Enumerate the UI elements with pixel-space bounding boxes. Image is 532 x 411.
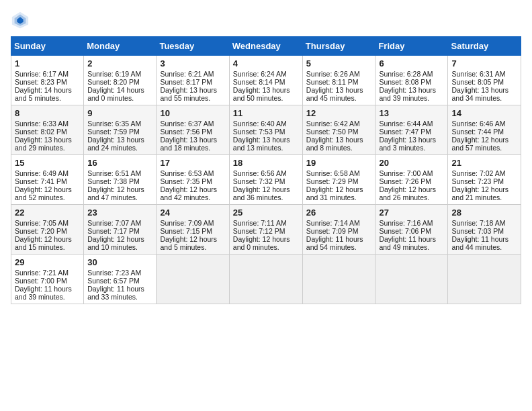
sunset-label: Sunset: 8:02 PM: [15, 128, 67, 136]
sunset-label: Sunset: 8:05 PM: [451, 78, 504, 86]
sunrise-label: Sunrise: 6:49 AM: [15, 169, 69, 177]
calendar-cell: 22 Sunrise: 7:05 AM Sunset: 7:20 PM Dayl…: [11, 205, 84, 255]
calendar-week-5: 29 Sunrise: 7:21 AM Sunset: 7:00 PM Dayl…: [11, 255, 521, 304]
calendar-week-1: 1 Sunrise: 6:17 AM Sunset: 8:23 PM Dayli…: [11, 56, 521, 105]
day-number: 25: [233, 208, 299, 218]
column-header-wednesday: Wednesday: [229, 37, 302, 56]
sunrise-label: Sunrise: 7:18 AM: [451, 219, 505, 227]
daylight-label: Daylight: 11 hours and 44 minutes.: [451, 235, 508, 251]
daylight-label: Daylight: 13 hours and 18 minutes.: [160, 136, 217, 152]
day-number: 11: [233, 108, 299, 118]
sunset-label: Sunset: 7:32 PM: [233, 177, 285, 185]
column-header-thursday: Thursday: [302, 37, 375, 56]
day-number: 21: [451, 158, 517, 168]
calendar-cell: 3 Sunrise: 6:21 AM Sunset: 8:17 PM Dayli…: [157, 56, 229, 105]
calendar-cell: 16 Sunrise: 6:51 AM Sunset: 7:38 PM Dayl…: [84, 155, 157, 205]
calendar-week-2: 8 Sunrise: 6:33 AM Sunset: 8:02 PM Dayli…: [11, 105, 521, 155]
sunrise-label: Sunrise: 7:07 AM: [87, 219, 141, 227]
column-header-monday: Monday: [84, 37, 157, 56]
sunrise-label: Sunrise: 7:09 AM: [160, 219, 214, 227]
day-number: 26: [306, 208, 372, 218]
column-header-friday: Friday: [375, 37, 448, 56]
day-number: 10: [160, 108, 225, 118]
column-header-sunday: Sunday: [11, 37, 84, 56]
day-number: 16: [87, 158, 152, 168]
daylight-label: Daylight: 12 hours and 47 minutes.: [87, 185, 144, 201]
day-number: 30: [87, 257, 152, 267]
calendar-cell: 6 Sunrise: 6:28 AM Sunset: 8:08 PM Dayli…: [375, 56, 448, 105]
sunrise-label: Sunrise: 7:21 AM: [15, 269, 69, 277]
calendar-cell: 9 Sunrise: 6:35 AM Sunset: 7:59 PM Dayli…: [84, 105, 157, 155]
sunrise-label: Sunrise: 6:44 AM: [379, 120, 433, 128]
day-number: 27: [379, 208, 444, 218]
calendar-table: SundayMondayTuesdayWednesdayThursdayFrid…: [11, 36, 521, 304]
logo: [11, 11, 32, 30]
daylight-label: Daylight: 13 hours and 39 minutes.: [379, 86, 436, 102]
sunset-label: Sunset: 8:11 PM: [306, 78, 359, 86]
column-header-tuesday: Tuesday: [157, 37, 229, 56]
daylight-label: Daylight: 13 hours and 50 minutes.: [233, 86, 290, 102]
daylight-label: Daylight: 12 hours and 36 minutes.: [233, 185, 290, 201]
sunrise-label: Sunrise: 7:02 AM: [451, 169, 505, 177]
calendar-cell: 1 Sunrise: 6:17 AM Sunset: 8:23 PM Dayli…: [11, 56, 84, 105]
sunset-label: Sunset: 8:23 PM: [15, 78, 67, 86]
calendar-cell: 29 Sunrise: 7:21 AM Sunset: 7:00 PM Dayl…: [11, 255, 84, 304]
daylight-label: Daylight: 13 hours and 34 minutes.: [451, 86, 508, 102]
calendar-cell: 4 Sunrise: 6:24 AM Sunset: 8:14 PM Dayli…: [229, 56, 302, 105]
sunrise-label: Sunrise: 7:11 AM: [233, 219, 287, 227]
calendar-cell: 26 Sunrise: 7:14 AM Sunset: 7:09 PM Dayl…: [302, 205, 375, 255]
day-number: 4: [233, 58, 299, 68]
calendar-week-3: 15 Sunrise: 6:49 AM Sunset: 7:41 PM Dayl…: [11, 155, 521, 205]
calendar-cell: [448, 255, 521, 304]
sunset-label: Sunset: 7:44 PM: [451, 128, 504, 136]
daylight-label: Daylight: 12 hours and 42 minutes.: [160, 185, 217, 201]
sunrise-label: Sunrise: 7:14 AM: [306, 219, 360, 227]
sunset-label: Sunset: 7:29 PM: [306, 177, 359, 185]
sunrise-label: Sunrise: 6:17 AM: [15, 70, 69, 78]
sunset-label: Sunset: 7:06 PM: [379, 227, 431, 235]
daylight-label: Daylight: 14 hours and 0 minutes.: [87, 86, 144, 102]
calendar-cell: 14 Sunrise: 6:46 AM Sunset: 7:44 PM Dayl…: [448, 105, 521, 155]
calendar-cell: 28 Sunrise: 7:18 AM Sunset: 7:03 PM Dayl…: [448, 205, 521, 255]
daylight-label: Daylight: 13 hours and 55 minutes.: [160, 86, 217, 102]
day-number: 1: [15, 58, 80, 68]
page-header: [11, 11, 521, 30]
calendar-cell: 18 Sunrise: 6:56 AM Sunset: 7:32 PM Dayl…: [229, 155, 302, 205]
day-number: 9: [87, 108, 152, 118]
sunset-label: Sunset: 7:35 PM: [160, 177, 212, 185]
sunset-label: Sunset: 7:23 PM: [451, 177, 504, 185]
day-number: 28: [451, 208, 517, 218]
sunset-label: Sunset: 8:08 PM: [379, 78, 431, 86]
sunset-label: Sunset: 7:12 PM: [233, 227, 285, 235]
sunrise-label: Sunrise: 6:46 AM: [451, 120, 505, 128]
sunrise-label: Sunrise: 6:31 AM: [451, 70, 505, 78]
day-number: 6: [379, 58, 444, 68]
day-number: 29: [15, 257, 80, 267]
sunset-label: Sunset: 7:20 PM: [15, 227, 67, 235]
daylight-label: Daylight: 11 hours and 39 minutes.: [15, 285, 72, 301]
calendar-cell: 24 Sunrise: 7:09 AM Sunset: 7:15 PM Dayl…: [157, 205, 229, 255]
sunrise-label: Sunrise: 7:16 AM: [379, 219, 433, 227]
calendar-cell: 8 Sunrise: 6:33 AM Sunset: 8:02 PM Dayli…: [11, 105, 84, 155]
sunrise-label: Sunrise: 6:37 AM: [160, 120, 214, 128]
sunset-label: Sunset: 7:03 PM: [451, 227, 504, 235]
daylight-label: Daylight: 12 hours and 10 minutes.: [87, 235, 144, 251]
daylight-label: Daylight: 12 hours and 26 minutes.: [379, 185, 436, 201]
sunset-label: Sunset: 7:47 PM: [379, 128, 431, 136]
daylight-label: Daylight: 12 hours and 15 minutes.: [15, 235, 72, 251]
sunrise-label: Sunrise: 7:05 AM: [15, 219, 69, 227]
sunset-label: Sunset: 7:09 PM: [306, 227, 359, 235]
sunset-label: Sunset: 7:38 PM: [87, 177, 140, 185]
day-number: 18: [233, 158, 299, 168]
calendar-week-4: 22 Sunrise: 7:05 AM Sunset: 7:20 PM Dayl…: [11, 205, 521, 255]
calendar-cell: 15 Sunrise: 6:49 AM Sunset: 7:41 PM Dayl…: [11, 155, 84, 205]
sunrise-label: Sunrise: 6:26 AM: [306, 70, 360, 78]
sunset-label: Sunset: 7:17 PM: [87, 227, 140, 235]
calendar-cell: 2 Sunrise: 6:19 AM Sunset: 8:20 PM Dayli…: [84, 56, 157, 105]
calendar-cell: [157, 255, 229, 304]
sunrise-label: Sunrise: 6:21 AM: [160, 70, 214, 78]
sunrise-label: Sunrise: 6:53 AM: [160, 169, 214, 177]
sunrise-label: Sunrise: 6:28 AM: [379, 70, 433, 78]
logo-icon: [11, 11, 30, 30]
day-number: 8: [15, 108, 80, 118]
